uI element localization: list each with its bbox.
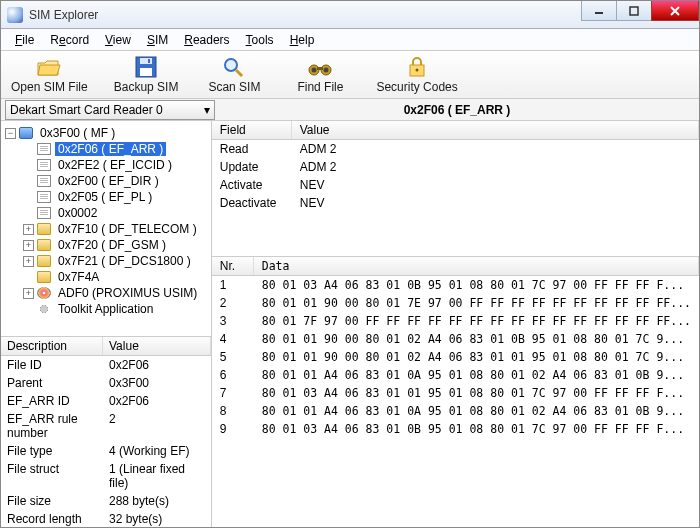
prop-value: 32 byte(s) [103,510,211,527]
close-button[interactable] [651,1,699,21]
property-row[interactable]: EF_ARR ID0x2F06 [1,392,211,410]
svg-rect-6 [140,68,152,76]
record-row[interactable]: 480 01 01 90 00 80 01 02 A4 06 83 01 0B … [212,330,699,348]
property-row[interactable]: Parent0x3F00 [1,374,211,392]
expand-icon[interactable]: + [23,256,34,267]
record-row[interactable]: 180 01 03 A4 06 83 01 0B 95 01 08 80 01 … [212,276,699,294]
property-row[interactable]: File size288 byte(s) [1,492,211,510]
maximize-button[interactable] [616,1,652,21]
left-column: −0x3F00 ( MF ) 0x2F06 ( EF_ARR ) 0x2FE2 … [1,121,212,527]
prop-desc: File type [1,442,103,460]
record-data: 80 01 01 90 00 80 01 7E 97 00 FF FF FF F… [254,294,699,312]
tree-adf0[interactable]: +ADF0 (PROXIMUS USIM) [3,285,209,301]
open-sim-file-button[interactable]: Open SIM File [7,54,92,96]
property-row[interactable]: EF_ARR rule number2 [1,410,211,442]
record-nr: 7 [212,384,254,402]
expand-icon[interactable]: + [23,240,34,251]
field-row[interactable]: ActivateNEV [212,176,699,194]
tree-ef-dir[interactable]: 0x2F00 ( EF_DIR ) [3,173,209,189]
menu-help[interactable]: Help [282,31,323,49]
minimize-button[interactable] [581,1,617,21]
record-row[interactable]: 380 01 7F 97 00 FF FF FF FF FF FF FF FF … [212,312,699,330]
tree-7f4a[interactable]: 0x7F4A [3,269,209,285]
record-nr: 9 [212,420,254,438]
folder-open-icon [36,56,62,78]
record-data: 80 01 01 A4 06 83 01 0A 95 01 08 80 01 0… [254,366,699,384]
prop-desc: Parent [1,374,103,392]
menu-readers[interactable]: Readers [176,31,237,49]
tree-ef-pl[interactable]: 0x2F05 ( EF_PL ) [3,189,209,205]
file-icon [37,175,51,187]
svg-rect-1 [630,7,638,15]
prop-desc: File ID [1,356,103,374]
tree-df-dcs1800[interactable]: +0x7F21 ( DF_DCS1800 ) [3,253,209,269]
col-data[interactable]: Data [254,257,699,275]
menu-view[interactable]: View [97,31,139,49]
record-row[interactable]: 580 01 01 90 00 80 01 02 A4 06 83 01 01 … [212,348,699,366]
security-label: Security Codes [376,80,457,94]
folder-icon [37,239,51,251]
security-codes-button[interactable]: Security Codes [372,54,461,96]
menu-sim[interactable]: SIM [139,31,176,49]
window-title: SIM Explorer [29,8,98,22]
record-data: 80 01 03 A4 06 83 01 0B 95 01 08 80 01 7… [254,420,699,438]
svg-rect-5 [140,58,152,64]
record-row[interactable]: 680 01 01 A4 06 83 01 0A 95 01 08 80 01 … [212,366,699,384]
prop-value: 0x3F00 [103,374,211,392]
collapse-icon[interactable]: − [5,128,16,139]
expand-icon[interactable]: + [23,288,34,299]
reader-select[interactable]: Dekart Smart Card Reader 0 ▾ [5,100,215,120]
tree-root[interactable]: −0x3F00 ( MF ) [3,125,209,141]
main: −0x3F00 ( MF ) 0x2F06 ( EF_ARR ) 0x2FE2 … [1,121,699,527]
gear-icon [37,303,51,315]
find-file-button[interactable]: Find File [286,54,354,96]
tree-ef-arr[interactable]: 0x2F06 ( EF_ARR ) [3,141,209,157]
records-header: Nr. Data [212,257,699,276]
tree-df-telecom[interactable]: +0x7F10 ( DF_TELECOM ) [3,221,209,237]
record-nr: 5 [212,348,254,366]
open-label: Open SIM File [11,80,88,94]
property-row[interactable]: File ID0x2F06 [1,356,211,374]
prop-value: 1 (Linear fixed file) [103,460,211,492]
backup-sim-button[interactable]: Backup SIM [110,54,183,96]
properties-table: Description Value File ID0x2F06Parent0x3… [1,337,211,527]
record-row[interactable]: 280 01 01 90 00 80 01 7E 97 00 FF FF FF … [212,294,699,312]
property-row[interactable]: Record length32 byte(s) [1,510,211,527]
field-row[interactable]: UpdateADM 2 [212,158,699,176]
lock-icon [404,56,430,78]
property-row[interactable]: File type4 (Working EF) [1,442,211,460]
tree-toolkit-app[interactable]: Toolkit Application [3,301,209,317]
col-description[interactable]: Description [1,337,103,355]
menu-file[interactable]: File [7,31,42,49]
tree-0002[interactable]: 0x0002 [3,205,209,221]
right-column: Field Value ReadADM 2UpdateADM 2Activate… [212,121,699,527]
col-value[interactable]: Value [292,121,699,139]
menu-tools[interactable]: Tools [238,31,282,49]
expand-icon[interactable]: + [23,224,34,235]
app-icon [7,7,23,23]
field-row[interactable]: DeactivateNEV [212,194,699,212]
tree-df-gsm[interactable]: +0x7F20 ( DF_GSM ) [3,237,209,253]
menu-record[interactable]: Record [42,31,97,49]
file-tree[interactable]: −0x3F00 ( MF ) 0x2F06 ( EF_ARR ) 0x2FE2 … [1,121,211,337]
scan-sim-button[interactable]: Scan SIM [200,54,268,96]
field-name: Read [212,140,292,158]
titlebar: SIM Explorer [1,1,699,29]
magnifier-icon [221,56,247,78]
scan-label: Scan SIM [208,80,260,94]
folder-icon [37,223,51,235]
field-value: NEV [292,194,699,212]
prop-value: 4 (Working EF) [103,442,211,460]
record-row[interactable]: 980 01 03 A4 06 83 01 0B 95 01 08 80 01 … [212,420,699,438]
tree-ef-iccid[interactable]: 0x2FE2 ( EF_ICCID ) [3,157,209,173]
field-row[interactable]: ReadADM 2 [212,140,699,158]
record-row[interactable]: 780 01 03 A4 06 83 01 01 95 01 08 80 01 … [212,384,699,402]
folder-icon [37,255,51,267]
col-nr[interactable]: Nr. [212,257,254,275]
svg-point-14 [324,67,329,72]
col-field[interactable]: Field [212,121,292,139]
record-row[interactable]: 880 01 01 A4 06 83 01 0A 95 01 08 80 01 … [212,402,699,420]
col-value[interactable]: Value [103,337,211,355]
disc-icon [37,287,51,299]
property-row[interactable]: File struct1 (Linear fixed file) [1,460,211,492]
